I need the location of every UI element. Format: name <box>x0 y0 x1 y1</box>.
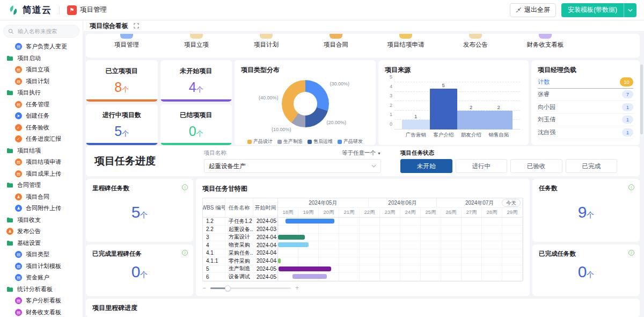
check-icon: ✓ <box>15 135 22 142</box>
sidebar-item[interactable]: ✓任务验收 <box>3 122 79 134</box>
sidebar-item[interactable]: ♟发布公告 <box>3 226 79 237</box>
info-icon[interactable]: i <box>182 184 188 190</box>
sidebar-item[interactable]: ♟合同附件上传 <box>3 203 79 214</box>
sidebar-item[interactable]: ▤资金账户 <box>3 272 79 284</box>
today-button[interactable]: 今天 <box>502 199 521 207</box>
stat-card-accent <box>160 99 232 102</box>
sidebar-item[interactable]: 项目启动 <box>3 53 79 64</box>
gantt-bar[interactable] <box>279 266 331 271</box>
bars: 1522 <box>394 82 520 129</box>
gantt-bar[interactable] <box>278 242 309 247</box>
gantt-name-cell: 采购任务... <box>225 249 253 257</box>
module-shortcut[interactable]: 项目结项申请 <box>381 34 430 49</box>
metric-value: 9个 <box>532 203 640 221</box>
sidebar-item[interactable]: ▤项目类型 <box>3 249 79 261</box>
sidebar-item[interactable]: ▤客户负责人变更 <box>3 41 79 53</box>
exit-fullscreen-button[interactable]: 退出全屏 <box>510 3 556 17</box>
dashboard-header: 项目综合看板 <box>83 20 644 32</box>
sidebar-item[interactable]: ✓任务进度汇报 <box>3 133 79 145</box>
gantt-week-cell: 18周 <box>278 208 298 217</box>
app-tab-project-management[interactable]: ⚑ 项目管理 <box>67 5 107 15</box>
sidebar-item-label: 合同附件上传 <box>26 204 61 212</box>
project-name-select[interactable]: 起重设备生产 <box>204 159 381 173</box>
status-button[interactable]: 已验收 <box>510 159 562 173</box>
zoom-out-icon[interactable]: − <box>202 284 206 292</box>
gantt-bar[interactable] <box>278 258 281 263</box>
filter-operator[interactable]: 等于任意一个 ▼ <box>342 149 381 157</box>
module-shortcut[interactable]: 项目合同 <box>311 34 361 49</box>
slider-track[interactable] <box>210 287 291 289</box>
module-shortcut[interactable]: 项目管理 <box>102 34 151 49</box>
sidebar-item[interactable]: 项目执行 <box>3 87 79 99</box>
sidebar-item[interactable]: ▤项目结项申请 <box>3 156 79 168</box>
jiandaoyun-logo[interactable]: 简道云 <box>8 4 52 16</box>
bar-column: 1 <box>402 82 430 129</box>
section-title: 项目任务进度 <box>94 154 185 168</box>
bar-column: 5 <box>430 82 458 129</box>
gantt-title: 项目任务甘特图 <box>202 184 523 193</box>
scrollbar-thumb[interactable] <box>640 64 643 134</box>
gantt-bar[interactable] <box>278 235 305 240</box>
sidebar-item-label: 创建任务 <box>26 112 49 120</box>
sidebar-item-label: 任务进度汇报 <box>26 135 61 143</box>
info-icon[interactable]: i <box>628 184 634 190</box>
legend-label: 生产制造 <box>283 138 303 145</box>
manager-name: 沈自强 <box>538 128 555 136</box>
manager-name: 张睿 <box>538 90 550 98</box>
sidebar-item[interactable]: ▤项目计划模板 <box>3 261 79 272</box>
install-template-button[interactable]: 安装模板(带数据) <box>561 3 624 17</box>
sidebar-item[interactable]: 项目结项 <box>3 145 79 157</box>
gantt-bar[interactable] <box>286 219 334 224</box>
sidebar-item[interactable]: 合同管理 <box>3 179 79 191</box>
dashboard-content: 项目管理项目立项项目计划项目合同项目结项申请发布公告财务收支看板 已立项项目8个… <box>83 32 644 317</box>
vertical-scrollbar[interactable] <box>640 32 643 317</box>
sidebar-item[interactable]: ▤任务管理 <box>3 99 79 111</box>
sidebar-item[interactable]: 基础设置 <box>3 237 79 249</box>
count-badge: 1 <box>622 128 633 136</box>
app-tab-icon: ⚑ <box>67 5 77 15</box>
gantt-start-cell: 2024-04-2 <box>253 249 277 257</box>
slider-handle[interactable] <box>225 285 231 291</box>
legend-swatch <box>338 140 342 144</box>
module-shortcut[interactable]: 项目计划 <box>241 34 291 49</box>
filter-label: 项目名称 <box>204 149 226 157</box>
status-button[interactable]: 未开始 <box>400 159 452 173</box>
info-icon[interactable]: i <box>182 250 188 256</box>
install-template-dropdown[interactable] <box>624 3 636 17</box>
search-input[interactable] <box>17 27 75 35</box>
folder-icon <box>6 90 13 96</box>
sidebar-item-label: 合同管理 <box>17 181 41 189</box>
doc-icon: ▤ <box>15 101 22 108</box>
sidebar-item[interactable]: ➤创建任务 <box>3 110 79 122</box>
stat-card-value: 0个 <box>189 124 203 139</box>
expand-icon[interactable] <box>134 23 139 28</box>
status-button[interactable]: 进行中 <box>456 159 508 173</box>
zoom-in-icon[interactable]: + <box>295 284 299 292</box>
bar <box>457 111 485 129</box>
slice-percent-label: (20.00%) <box>327 120 347 125</box>
module-shortcut[interactable]: 发布公告 <box>451 34 500 49</box>
project-source-chart-card: 项目来源 5432101522 广告营销客户介绍朋友介绍销售自拓 <box>378 60 529 145</box>
y-axis-tick: 2 <box>386 103 392 108</box>
status-button[interactable]: 已完成 <box>566 159 618 173</box>
sidebar-item[interactable]: 统计分析看板 <box>3 284 79 296</box>
module-shortcut[interactable]: 项目立项 <box>172 34 221 49</box>
person-icon: ♟ <box>6 228 13 235</box>
sidebar-item-label: 项目结项申请 <box>26 158 61 166</box>
gantt-bar[interactable] <box>292 274 327 279</box>
info-icon[interactable]: i <box>628 250 634 256</box>
module-shortcut[interactable]: 财务收支看板 <box>521 34 570 49</box>
sidebar-item[interactable]: ▤项目计划 <box>3 76 79 88</box>
sidebar-item[interactable]: ▤财务收支看板 <box>3 307 79 317</box>
x-axis-label: 朋友介绍 <box>457 132 485 139</box>
metric-value: 0个 <box>86 263 193 281</box>
gantt-name-cell: 物资采购 <box>225 241 253 249</box>
sidebar-item[interactable]: ▤项目立项 <box>3 64 79 76</box>
sidebar-search[interactable] <box>3 25 79 38</box>
sidebar-item[interactable]: ♟项目合同 <box>3 191 79 203</box>
sidebar-item[interactable]: ▤项目成果上传 <box>3 168 79 180</box>
sidebar-item[interactable]: 项目收支 <box>3 214 79 226</box>
sidebar-item[interactable]: ▤客户分析看板 <box>3 295 79 307</box>
task-status-filter: 项目任务状态 未开始进行中已验收已完成 <box>400 149 631 173</box>
gantt-table-row: 3方案设计2024-04-2 <box>203 234 277 242</box>
